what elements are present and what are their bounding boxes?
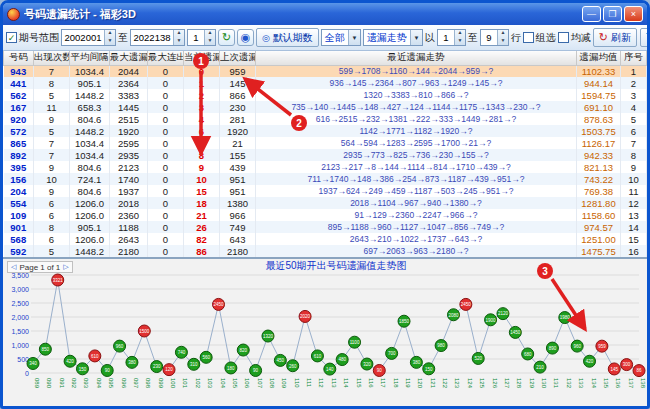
cell-c-num: 901 [4, 221, 34, 233]
category-combobox[interactable]: 全部 ▼ [321, 29, 361, 46]
cell-c-run: 0 [148, 173, 184, 185]
row-to-input[interactable] [481, 30, 497, 45]
x-tick-label: 123 [454, 378, 460, 389]
table-row[interactable]: 9018905.11188026749895→1188→960→1127→104… [4, 221, 647, 233]
x-tick-label: 104 [220, 378, 226, 389]
table-row[interactable]: 15610724.11740010951711→1740→148→386→254… [4, 173, 647, 185]
range-checkbox[interactable]: ✓ [6, 32, 17, 43]
cell-c-idx: 4 [621, 101, 647, 113]
cell-c-cnt: 9 [34, 161, 70, 173]
column-header-c-cnt[interactable]: 出现次数 [34, 51, 70, 65]
x-tick-label: 110 [294, 378, 300, 388]
table-row[interactable]: 89271034.42935081552935→773→825→736→230→… [4, 149, 647, 161]
cell-c-cnt: 8 [34, 77, 70, 89]
window-controls: — ❐ × [582, 6, 643, 22]
column-header-c-trend[interactable]: 最近遗漏走势 [256, 51, 577, 65]
interval-input[interactable] [188, 30, 204, 45]
cell-c-cur: 15 [184, 185, 220, 197]
table-row[interactable]: 10961206.0236002196691→129→2360→2247→966… [4, 209, 647, 221]
mode-combobox[interactable]: 遗漏走势 ▼ [363, 29, 423, 46]
chevron-down-icon[interactable]: ▼ [348, 30, 360, 45]
page-next-icon[interactable]: ▷ [63, 263, 68, 271]
x-tick-label: 109 [281, 378, 287, 389]
x-tick-label: 107 [257, 378, 263, 389]
range-to-input[interactable] [131, 30, 173, 45]
cell-c-num: 568 [4, 233, 34, 245]
close-button[interactable]: × [624, 6, 643, 22]
table-row[interactable]: 94371034.4204400959599→1708→1160→144→204… [4, 65, 647, 77]
cell-c-run: 0 [148, 113, 184, 125]
column-header-c-idx[interactable]: 序号 [621, 51, 647, 65]
chart-point-label: 310 [190, 362, 198, 367]
cell-c-cur: 26 [184, 221, 220, 233]
cell-c-idx: 1 [621, 65, 647, 77]
x-tick-label: 103 [207, 378, 213, 389]
chevron-down-icon[interactable]: ▼ [410, 30, 422, 45]
table-row[interactable]: 59251448.221800862180697→2063→963→2180→?… [4, 245, 647, 257]
minimize-button[interactable]: — [582, 6, 601, 22]
column-header-c-num[interactable]: 号码 [4, 51, 34, 65]
cell-c-cnt: 6 [34, 233, 70, 245]
cell-c-trend: 1937→624→249→459→1187→503→245→951→? [256, 185, 577, 197]
spinner-arrows-icon[interactable]: ▲▼ [497, 30, 508, 45]
category-value: 全部 [325, 31, 345, 45]
column-header-c-last[interactable]: 上次遗漏 [220, 51, 256, 65]
default-periods-button[interactable]: ◎ 默认期数 [256, 28, 319, 47]
refresh-button[interactable]: ↻ 刷新 [593, 28, 637, 47]
table-row[interactable]: 9209804.6251504281616→2515→232→1381→222→… [4, 113, 647, 125]
window-title: 号码遗漏统计 - 福彩3D [24, 7, 578, 22]
cell-c-cnt: 7 [34, 137, 70, 149]
x-tick-label: 091 [59, 378, 65, 389]
cell-c-avg: 1034.4 [70, 149, 110, 161]
table-row[interactable]: 55461206.0201801813802018→1104→967→940→1… [4, 197, 647, 209]
spinner-arrows-icon[interactable]: ▲▼ [454, 30, 465, 45]
row-from-input[interactable] [438, 30, 454, 45]
chart-point-label: 960 [573, 344, 581, 349]
column-header-c-run[interactable]: 最大连出 [148, 51, 184, 65]
spinner-arrows-icon[interactable]: ▲▼ [104, 30, 115, 45]
x-tick-label: 130 [541, 378, 547, 389]
cell-c-last: 155 [220, 149, 256, 161]
cell-c-last: 281 [220, 113, 256, 125]
table-row[interactable]: 3959804.62123094392123→217→8→144→1114→81… [4, 161, 647, 173]
interval-spinner[interactable]: ▲▼ [187, 29, 216, 46]
column-header-c-max[interactable]: 最大遗漏 [110, 51, 148, 65]
table-row[interactable]: 86571034.425950721564→594→1283→2595→1700… [4, 137, 647, 149]
spinner-arrows-icon[interactable]: ▲▼ [204, 30, 215, 45]
page-prev-icon[interactable]: ◁ [11, 263, 16, 271]
refresh-label: 刷新 [611, 31, 631, 45]
table-row[interactable]: 2049804.619370159511937→624→249→459→1187… [4, 185, 647, 197]
cell-c-idx: 16 [621, 245, 647, 257]
range-from-input[interactable] [62, 30, 104, 45]
x-tick-label: 135 [603, 378, 609, 389]
chart-page-nav: ◁ Page 1 of 1 ▷ [7, 261, 73, 273]
cell-c-mean: 1251.00 [577, 233, 621, 245]
row-to-spinner[interactable]: ▲▼ [480, 29, 509, 46]
spinner-arrows-icon[interactable]: ▲▼ [173, 30, 184, 45]
cell-c-mean: 1158.60 [577, 209, 621, 221]
cell-c-max: 1937 [110, 185, 148, 197]
column-header-c-avg[interactable]: 平均间隔 [70, 51, 110, 65]
cell-c-num: 892 [4, 149, 34, 161]
x-tick-label: 112 [318, 378, 324, 388]
table-row[interactable]: 16711658.3144503230735→140→1445→148→427→… [4, 101, 647, 113]
table-row[interactable]: 57251448.219200619201142→1771→1182→1920→… [4, 125, 647, 137]
maximize-button[interactable]: ❐ [603, 6, 622, 22]
table-row[interactable]: 56861206.026430826432643→210→1022→1737→6… [4, 233, 647, 245]
x-tick-label: 134 [591, 378, 597, 389]
junjian-checkbox[interactable] [558, 32, 569, 43]
table-row[interactable]: 56251448.23383028661320→3383→810→866→?15… [4, 89, 647, 101]
column-header-c-mean[interactable]: 遗漏均值 [577, 51, 621, 65]
cell-c-max: 2360 [110, 209, 148, 221]
range-to-spinner[interactable]: ▲▼ [130, 29, 185, 46]
row-from-spinner[interactable]: ▲▼ [437, 29, 466, 46]
y-tick-label: 2,500 [11, 300, 29, 307]
default-periods-label: 默认期数 [273, 31, 313, 45]
zuxuan-checkbox[interactable] [523, 32, 534, 43]
filter-button[interactable]: 筛选 [640, 28, 647, 47]
sync-icon[interactable]: ↻ [218, 29, 235, 46]
target-icon[interactable]: ◉ [237, 29, 254, 46]
table-row[interactable]: 4418905.1236401145936→145→2364→807→963→1… [4, 77, 647, 89]
column-header-c-cur[interactable]: 当前遗漏 [184, 51, 220, 65]
range-from-spinner[interactable]: ▲▼ [61, 29, 116, 46]
